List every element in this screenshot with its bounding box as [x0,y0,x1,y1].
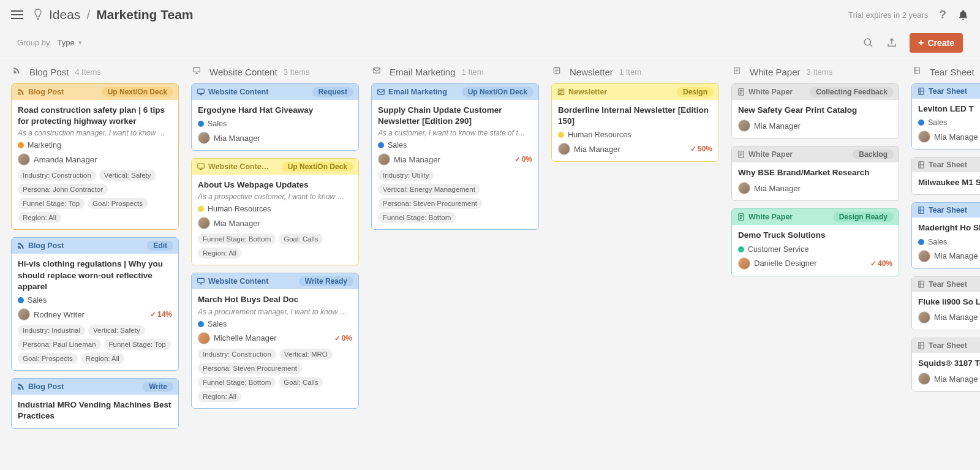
card-title: Industrial MRO Vending Machines Best Pra… [18,400,172,422]
column-type-icon [913,66,924,77]
card-assignee: Amanda Manager [18,153,172,165]
category-dot-icon [738,246,744,252]
menu-icon[interactable] [11,10,23,19]
card[interactable]: White Paper Design Ready Demo Truck Solu… [731,208,899,276]
check-icon: ✓ [690,145,696,153]
breadcrumb-section[interactable]: Ideas [49,7,80,22]
card-body[interactable]: Leviton LED TSalesMia Manage [912,99,980,149]
card-header[interactable]: Blog Post Write [12,379,178,395]
svg-rect-5 [198,89,205,93]
card-body[interactable]: Squids® 3187 Tethering KitMia Manage [912,353,980,391]
tag: Region: All [18,212,61,223]
card-header[interactable]: Tear Sheet [912,338,980,353]
card-tags: Industry: ConstructionVertical: MROPerso… [198,349,352,402]
card-header[interactable]: Blog Post Edit [12,238,178,254]
card[interactable]: White Paper Collecting Feedback New Safe… [731,83,899,138]
tag: Funnel Stage: Bottom [378,212,456,223]
card-body[interactable]: Road construction safety plan | 6 tips f… [12,100,178,229]
card-header[interactable]: White Paper Design Ready [732,209,899,225]
bell-icon[interactable] [957,9,969,21]
category-dot-icon [558,132,564,138]
card[interactable]: Email Marketing Up Next/On Deck Supply C… [371,83,539,230]
card-status-pill: Write Ready [299,276,353,286]
card-assignee: Mia Manage [918,250,980,262]
card-header[interactable]: Tear Sheet [912,157,980,172]
card[interactable]: Blog Post Up Next/On Deck Road construct… [11,83,179,230]
column-white-paper: White Paper 3 Items White Paper Collecti… [731,64,903,463]
card-status-pill: Up Next/On Deck [102,87,173,97]
trial-text: Trial expires in 2 years [848,10,928,20]
card-header[interactable]: Website Conte… Up Next/On Deck [192,159,358,175]
card[interactable]: Tear Sheet Squids® 3187 Tethering KitMia… [911,338,980,392]
card-body[interactable]: Hi-vis clothing regulations | Why you sh… [12,254,178,370]
avatar [558,143,570,155]
card-description: As a procurement manager, I want to know… [198,308,352,316]
card[interactable]: Tear Sheet Milwaukee M1 Sheet [911,157,980,195]
card-body[interactable]: Why BSE Brand/Market ResearchMia Manager [732,162,899,200]
card-body[interactable]: March Hot Buys Deal DocAs a procurement … [192,289,358,407]
column-count: 3 Items [807,67,833,77]
card-description: As a construction manager, I want to kno… [18,129,172,137]
share-icon[interactable] [886,37,897,48]
card-body[interactable]: Borderline Internal Newsletter [Edition … [552,100,718,161]
card-title: Squids® 3187 Tethering Kit [918,358,980,369]
card-header[interactable]: White Paper Collecting Feedback [732,84,899,100]
card-body[interactable]: Industrial MRO Vending Machines Best Pra… [12,395,178,428]
tag: Vertical: Safety [99,170,156,181]
card-category: Sales [378,141,532,150]
column-body[interactable]: Newsletter Design Borderline Internal Ne… [551,83,723,463]
avatar [18,153,30,165]
card-type: Email Marketing [377,88,447,96]
category-dot-icon [18,142,24,148]
create-button[interactable]: +Create [910,33,963,53]
groupby-select[interactable]: Type ▾ [57,38,81,47]
card-type: Blog Post [17,88,64,96]
card-header[interactable]: Website Content Write Ready [192,273,358,289]
card-assignee: Mia Manage [918,131,980,143]
column-type-icon [192,66,203,77]
card-assignee: Mia Manager✓50% [558,143,712,155]
card[interactable]: White Paper Backlog Why BSE Brand/Market… [731,146,899,201]
column-body[interactable]: Email Marketing Up Next/On Deck Supply C… [371,83,543,463]
svg-line-1 [870,44,872,47]
card-type: Newsletter [557,88,607,96]
card-header[interactable]: Tear Sheet [912,203,980,218]
card[interactable]: Tear Sheet Fluke ii900 So Leave BehindMi… [911,276,980,330]
column-body[interactable]: Blog Post Up Next/On Deck Road construct… [11,83,183,463]
card-status-pill: Up Next/On Deck [462,87,533,97]
card-header[interactable]: Newsletter Design [552,84,718,100]
help-icon[interactable]: ? [939,8,946,21]
avatar [18,308,30,320]
card[interactable]: Tear Sheet Maderight Ho SheetSalesMia Ma… [911,202,980,268]
card-type: Website Content [197,277,268,286]
card-header[interactable]: Blog Post Up Next/On Deck [12,84,178,100]
card[interactable]: Blog Post Write Industrial MRO Vending M… [11,378,179,428]
column-body[interactable]: Tear Sheet Leviton LED TSalesMia Manage … [911,83,980,463]
card[interactable]: Blog Post Edit Hi-vis clothing regulatio… [11,237,179,371]
card-title: About Us Webpage Updates [198,180,352,191]
card-body[interactable]: Milwaukee M1 Sheet [912,172,980,194]
card-body[interactable]: Demo Truck SolutionsCustomer ServiceDani… [732,225,899,275]
card[interactable]: Website Content Write Ready March Hot Bu… [191,273,359,408]
column-body[interactable]: Website Content Request Ergodyne Hard Ha… [191,83,363,463]
card-header[interactable]: Website Content Request [192,84,358,100]
card-header[interactable]: Tear Sheet [912,277,980,292]
column-body[interactable]: White Paper Collecting Feedback New Safe… [731,83,903,463]
card-body[interactable]: About Us Webpage UpdatesAs a prospective… [192,175,358,265]
card-body[interactable]: New Safety Gear Print CatalogMia Manager [732,100,899,138]
card-body[interactable]: Fluke ii900 So Leave BehindMia Manage [912,292,980,330]
card[interactable]: Tear Sheet Leviton LED TSalesMia Manage [911,83,980,150]
tag: Vertical: Energy Management [378,184,480,195]
card[interactable]: Newsletter Design Borderline Internal Ne… [551,83,719,162]
breadcrumb-name[interactable]: Marketing Team [96,7,193,22]
card[interactable]: Website Content Request Ergodyne Hard Ha… [191,83,359,151]
card-type: Tear Sheet [917,280,967,289]
card-header[interactable]: Email Marketing Up Next/On Deck [372,84,538,100]
card[interactable]: Website Conte… Up Next/On Deck About Us … [191,158,359,265]
search-icon[interactable] [863,37,874,48]
card-body[interactable]: Ergodyne Hard Hat GiveawaySalesMia Manag… [192,100,358,150]
card-header[interactable]: White Paper Backlog [732,146,899,162]
card-header[interactable]: Tear Sheet [912,84,980,99]
card-body[interactable]: Supply Chain Update Customer Newsletter … [372,100,538,229]
card-body[interactable]: Maderight Ho SheetSalesMia Manage [912,218,980,268]
